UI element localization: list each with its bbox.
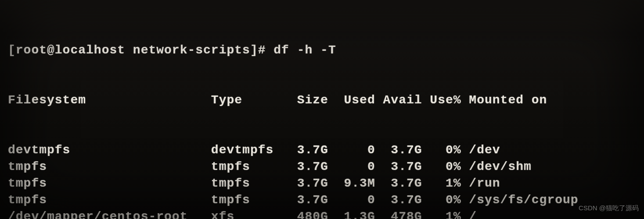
df-row: /dev/mapper/centos-root xfs 480G 1.3G 47… [8, 208, 636, 219]
df-header: Filesystem Type Size Used Avail Use% Mou… [8, 92, 636, 109]
df-row: tmpfs tmpfs 3.7G 0 3.7G 0% /dev/shm [8, 159, 636, 175]
watermark-text: CSDN @猫吃了源码 [579, 200, 639, 216]
df-row: devtmpfs devtmpfs 3.7G 0 3.7G 0% /dev [8, 142, 636, 159]
df-row: tmpfs tmpfs 3.7G 9.3M 3.7G 1% /run [8, 175, 636, 192]
prompt-line-1: [root@localhost network-scripts]# df -h … [8, 42, 636, 59]
terminal-window[interactable]: [root@localhost network-scripts]# df -h … [0, 0, 644, 219]
df-row: tmpfs tmpfs 3.7G 0 3.7G 0% /sys/fs/cgrou… [8, 192, 636, 208]
